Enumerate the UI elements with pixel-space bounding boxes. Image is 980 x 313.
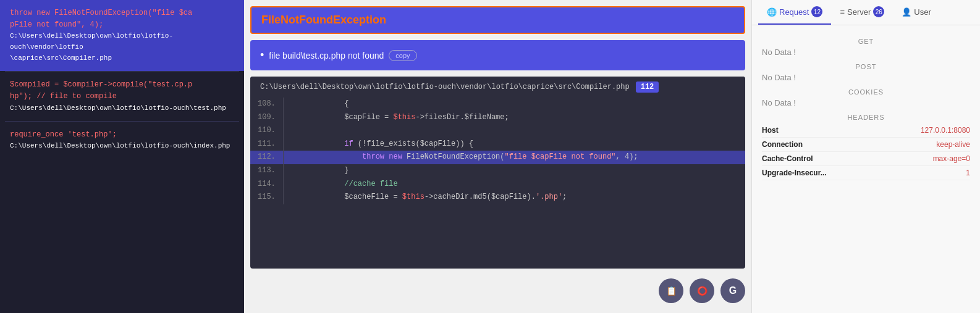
line-number-badge: 112	[636, 81, 659, 93]
post-no-data: No Data !	[762, 73, 970, 82]
file-path: C:\Users\dell\Desktop\own\lotfio\lotfio-…	[10, 31, 234, 64]
copy-button[interactable]: copy	[389, 50, 416, 61]
exception-header: FileNotFoundException	[250, 6, 745, 34]
line-content	[283, 124, 745, 138]
table-row: 114. //cache file	[250, 178, 745, 191]
right-panel: 🌐 Request 12 ≡ Server 26 👤 User GET No D…	[751, 0, 980, 313]
table-row: 111. if (!file_exists($capFile)) {	[250, 138, 745, 151]
g-button[interactable]: G	[720, 278, 745, 303]
get-section-header: GET	[762, 38, 970, 45]
left-panel: throw new FileNotFoundException("file $c…	[0, 0, 244, 313]
line-num: 115.	[250, 191, 283, 204]
exception-title: FileNotFoundException	[261, 14, 386, 26]
cookies-no-data: No Data !	[762, 98, 970, 107]
stack-frame-2[interactable]: $compiled = $compiler->compile("test.cp.…	[0, 72, 244, 121]
code-line: $compiled = $compiler->compile("test.cp.…	[10, 79, 234, 91]
tab-user[interactable]: 👤 User	[893, 0, 939, 25]
table-row: 110.	[250, 124, 745, 138]
code-line: pFile not found", 4);	[10, 19, 234, 31]
tab-user-label: User	[914, 7, 931, 17]
header-val: 1	[966, 169, 970, 177]
code-table: 108. { 109. $capFile = $this->filesDir.$…	[250, 98, 745, 204]
stack-frame-1[interactable]: throw new FileNotFoundException("file $c…	[0, 0, 244, 71]
header-val: 127.0.0.1:8080	[921, 126, 970, 135]
server-icon: ≡	[840, 7, 845, 17]
tab-request[interactable]: 🌐 Request 12	[758, 0, 831, 25]
file-path: C:\Users\dell\Desktop\own\lotfio\lotfio-…	[10, 141, 234, 152]
line-content: {	[283, 98, 745, 111]
tab-server-label: Server	[847, 7, 871, 17]
code-line: require_once 'test.php';	[10, 129, 234, 141]
file-path: C:\Users\dell\Desktop\own\lotfio\lotfio-…	[10, 103, 234, 114]
line-content: }	[283, 164, 745, 178]
right-content: GET No Data ! POST No Data ! COOKIES No …	[752, 25, 980, 313]
header-row-host: Host 127.0.0.1:8080	[762, 123, 970, 138]
stack-frame-3[interactable]: require_once 'test.php'; C:\Users\dell\D…	[0, 122, 244, 159]
line-num: 113.	[250, 164, 283, 178]
table-row-highlighted: 112. throw new FileNotFoundException("fi…	[250, 151, 745, 164]
line-num: 110.	[250, 124, 283, 138]
headers-section-header: HEADERS	[762, 114, 970, 121]
line-num: 114.	[250, 178, 283, 191]
tab-server[interactable]: ≡ Server 26	[831, 0, 893, 25]
table-row: 115. $cacheFile = $this->cacheDir.md5($c…	[250, 191, 745, 204]
exception-body: • file build\test.cp.php not found copy	[250, 40, 745, 70]
line-num: 109.	[250, 111, 283, 125]
bullet-icon: •	[260, 49, 264, 62]
code-viewer: C:\Users\dell\Desktop\own\lotfio\lotfio-…	[250, 77, 745, 269]
line-content: throw new FileNotFoundException("file $c…	[283, 151, 745, 164]
code-line: throw new FileNotFoundException("file $c…	[10, 7, 234, 19]
get-no-data: No Data !	[762, 48, 970, 57]
line-num: 108.	[250, 98, 283, 111]
user-icon: 👤	[902, 7, 911, 17]
header-row-cache-control: Cache-Control max-age=0	[762, 152, 970, 166]
server-badge: 26	[873, 6, 884, 17]
line-content: //cache file	[283, 178, 745, 191]
exception-message-text: file build\test.cp.php not found	[269, 51, 384, 61]
header-val: keep-alive	[936, 140, 970, 149]
header-key: Connection	[762, 140, 803, 149]
tab-request-label: Request	[779, 7, 809, 17]
line-content: $cacheFile = $this->cacheDir.md5($capFil…	[283, 191, 745, 204]
middle-panel: FileNotFoundException • file build\test.…	[244, 0, 751, 313]
header-key: Upgrade-Insecur...	[762, 169, 827, 177]
code-line: hp"); // file to compile	[10, 91, 234, 102]
post-section-header: POST	[762, 63, 970, 70]
request-badge: 12	[811, 6, 822, 17]
line-num: 111.	[250, 138, 283, 151]
globe-icon: 🌐	[767, 7, 777, 17]
right-tabs: 🌐 Request 12 ≡ Server 26 👤 User	[752, 0, 980, 25]
table-row: 109. $capFile = $this->filesDir.$fileNam…	[250, 111, 745, 125]
header-row-connection: Connection keep-alive	[762, 138, 970, 152]
cookies-section-header: COOKIES	[762, 88, 970, 96]
line-content: if (!file_exists($capFile)) {	[283, 138, 745, 151]
file-path-label: C:\Users\dell\Desktop\own\lotfio\lotfio-…	[260, 83, 630, 91]
action-buttons: 📋 ⭕ G	[250, 275, 745, 307]
header-val: max-age=0	[933, 154, 970, 163]
exception-message: • file build\test.cp.php not found copy	[260, 49, 735, 62]
table-row: 113. }	[250, 164, 745, 178]
code-path-bar: C:\Users\dell\Desktop\own\lotfio\lotfio-…	[250, 77, 745, 98]
table-row: 108. {	[250, 98, 745, 111]
circle-button[interactable]: ⭕	[690, 278, 714, 303]
clipboard-button[interactable]: 📋	[659, 278, 683, 303]
header-row-upgrade: Upgrade-Insecur... 1	[762, 166, 970, 180]
header-key: Host	[762, 126, 779, 135]
line-num: 112.	[250, 151, 283, 164]
line-content: $capFile = $this->filesDir.$fileName;	[283, 111, 745, 125]
header-key: Cache-Control	[762, 154, 813, 163]
